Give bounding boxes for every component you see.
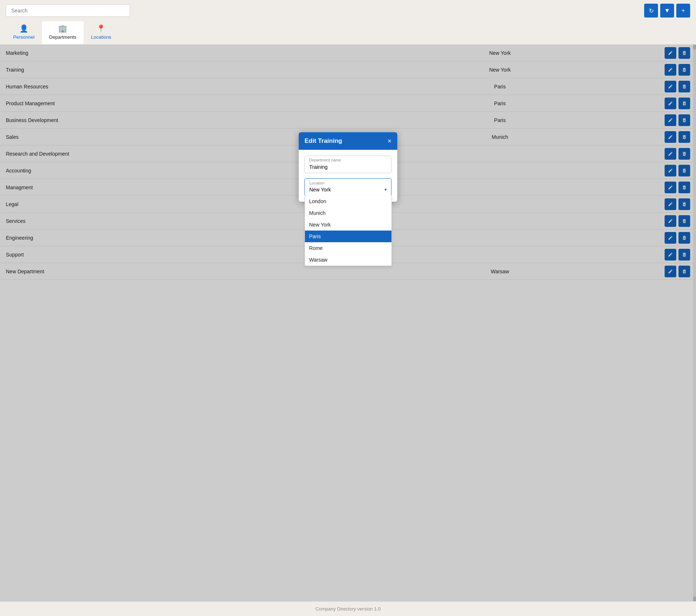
tab-departments-label: Departments	[49, 34, 76, 40]
location-label: Location	[309, 181, 325, 185]
footer-text: Company Directory version 1.0	[316, 606, 380, 612]
top-actions: ↻ ▼ +	[644, 4, 690, 18]
top-bar: ↻ ▼ +	[0, 0, 696, 21]
dept-name-label: Department name	[309, 158, 341, 162]
locations-icon: 📍	[96, 24, 106, 33]
filter-icon: ▼	[664, 7, 670, 14]
refresh-button[interactable]: ↻	[644, 4, 658, 18]
modal-body: Department name Location New York ▾ Lond…	[299, 150, 397, 202]
dropdown-item[interactable]: Warsaw	[305, 254, 391, 266]
location-field: Location New York ▾ LondonMunichNew York…	[305, 178, 391, 196]
tab-personnel-label: Personnel	[13, 34, 35, 40]
dropdown-item[interactable]: London	[305, 195, 391, 207]
dropdown-item[interactable]: Munich	[305, 207, 391, 219]
tab-departments[interactable]: 🏢 Departments	[42, 21, 84, 44]
departments-icon: 🏢	[58, 24, 67, 33]
search-input[interactable]	[6, 4, 130, 17]
dept-name-field: Department name	[305, 156, 391, 173]
filter-button[interactable]: ▼	[660, 4, 674, 18]
modal-overlay: Edit Training × Department name Location…	[0, 45, 696, 601]
refresh-icon: ↻	[649, 7, 654, 14]
add-icon: +	[681, 7, 685, 14]
main-content: Marketing New York Training New York	[0, 45, 696, 601]
location-dropdown: LondonMunichNew YorkParisRomeWarsaw	[305, 195, 392, 266]
personnel-icon: 👤	[19, 24, 28, 33]
tab-personnel[interactable]: 👤 Personnel	[6, 21, 42, 44]
edit-modal: Edit Training × Department name Location…	[299, 132, 397, 202]
modal-close-button[interactable]: ×	[387, 138, 391, 144]
dropdown-item[interactable]: Paris	[305, 231, 391, 242]
add-button[interactable]: +	[676, 4, 690, 18]
location-value: New York	[309, 187, 331, 193]
modal-title: Edit Training	[305, 137, 342, 145]
dropdown-item[interactable]: Rome	[305, 242, 391, 254]
tab-locations-label: Locations	[91, 34, 111, 40]
dropdown-item[interactable]: New York	[305, 219, 391, 231]
tabs: 👤 Personnel 🏢 Departments 📍 Locations	[0, 21, 696, 45]
chevron-down-icon: ▾	[385, 187, 387, 192]
tab-locations[interactable]: 📍 Locations	[84, 21, 119, 44]
footer: Company Directory version 1.0	[0, 601, 696, 616]
modal-header: Edit Training ×	[299, 132, 397, 150]
